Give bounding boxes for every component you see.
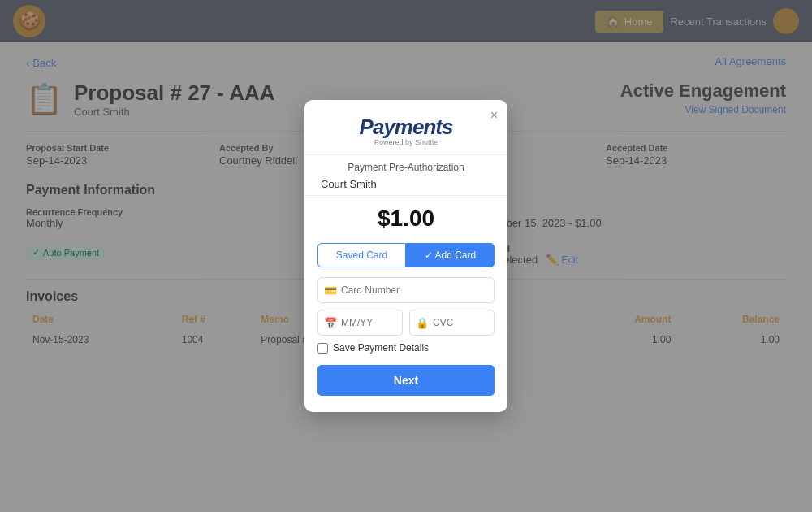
modal-preauth: Payment Pre-Authorization [304, 155, 508, 173]
card-number-group: 💳 [317, 277, 495, 303]
modal-close-button[interactable]: × [490, 108, 498, 123]
cvc-wrap: 🔒 [409, 310, 495, 336]
save-payment-row: Save Payment Details [317, 342, 495, 354]
lock-icon: 🔒 [416, 317, 429, 329]
next-button[interactable]: Next [317, 365, 495, 396]
brand-title: Payments [321, 115, 491, 140]
card-number-input[interactable] [317, 277, 495, 303]
modal-overlay: × Payments Powered by Shuttle Payment Pr… [0, 0, 812, 512]
card-number-wrap: 💳 [317, 277, 495, 303]
expiry-cvc-row: 📅 🔒 [317, 310, 495, 336]
brand-subtitle: Powered by Shuttle [321, 138, 491, 146]
card-icon: 💳 [324, 284, 337, 297]
save-payment-checkbox[interactable] [317, 343, 328, 354]
saved-card-tab[interactable]: Saved Card [317, 243, 406, 267]
save-payment-label: Save Payment Details [333, 342, 429, 354]
add-card-tab[interactable]: ✓ Add Card [406, 243, 495, 267]
expiry-wrap: 📅 [317, 310, 403, 336]
card-tabs: Saved Card ✓ Add Card [317, 243, 495, 267]
payment-modal: × Payments Powered by Shuttle Payment Pr… [304, 100, 508, 412]
calendar-icon: 📅 [324, 317, 337, 329]
modal-amount: $1.00 [304, 196, 508, 243]
modal-customer: Court Smith [304, 173, 508, 196]
modal-brand: Payments Powered by Shuttle [304, 100, 508, 155]
